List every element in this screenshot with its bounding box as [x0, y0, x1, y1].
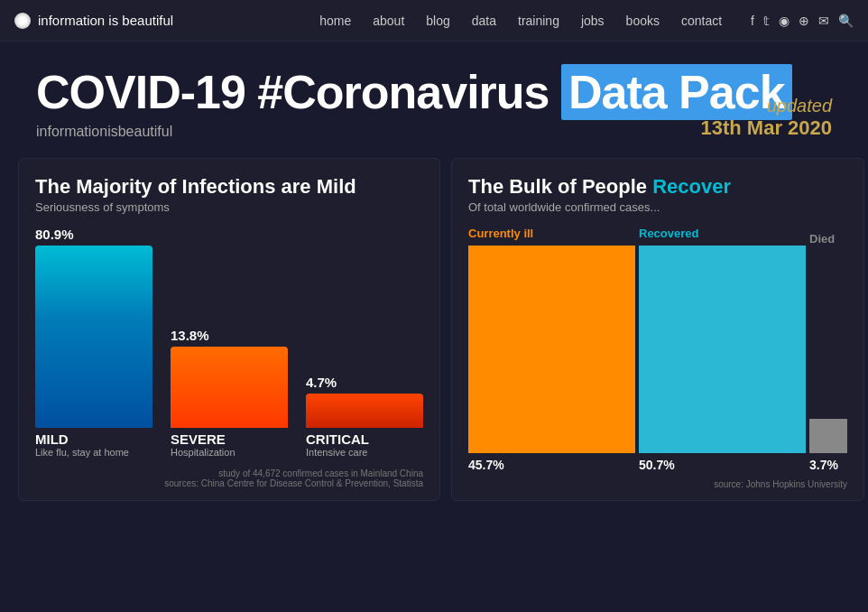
- charts-area: The Majority of Infections are Mild Seri…: [0, 158, 868, 519]
- mild-bar: [35, 246, 152, 428]
- ill-label: Currently ill: [468, 227, 635, 240]
- rss-icon[interactable]: ⊕: [799, 14, 809, 28]
- logo-icon: [14, 13, 31, 29]
- ill-pct: 45.7%: [468, 458, 635, 472]
- outcome-died-col: Died 3.7%: [809, 232, 847, 472]
- critical-bar: [306, 394, 423, 428]
- severe-label: SEVERE: [171, 431, 226, 447]
- nav-about[interactable]: about: [373, 14, 404, 28]
- right-card: The Bulk of People Recover Of total worl…: [451, 158, 864, 501]
- severe-pct-label: 13.8%: [171, 328, 209, 343]
- left-source-line2: sources: China Centre for Disease Contro…: [164, 478, 423, 488]
- search-icon[interactable]: 🔍: [838, 14, 854, 28]
- left-card: The Majority of Infections are Mild Seri…: [18, 158, 440, 501]
- critical-sublabel: Intensive care: [306, 447, 367, 458]
- right-title-highlight: Recover: [652, 175, 731, 198]
- twitter-icon[interactable]: 𝕥: [763, 14, 770, 28]
- email-icon[interactable]: ✉: [818, 14, 829, 28]
- severity-chart: 80.9% MILD Like flu, stay at home 13.8% …: [35, 227, 423, 461]
- left-card-subtitle: Seriousness of symptoms: [35, 200, 423, 214]
- nav-contact[interactable]: contact: [681, 14, 722, 28]
- updated-label: updated: [700, 96, 832, 116]
- bar-severe-group: 13.8% SEVERE Hospitalization: [171, 227, 288, 458]
- ill-bar: [468, 246, 635, 453]
- critical-pct-label: 4.7%: [306, 375, 337, 390]
- left-source-line1: study of 44,672 confirmed cases in Mainl…: [218, 468, 423, 478]
- bar-critical-group: 4.7% CRITICAL Intensive care: [306, 227, 423, 458]
- right-card-subtitle: Of total worldwide confirmed cases...: [468, 200, 847, 214]
- outcomes-chart: Currently ill 45.7% Recovered 50.7% Died…: [468, 227, 847, 472]
- facebook-icon[interactable]: f: [751, 14, 754, 28]
- site-header: information is beautiful home about blog…: [0, 0, 868, 42]
- recovered-pct: 50.7%: [639, 458, 806, 472]
- left-source: study of 44,672 confirmed cases in Mainl…: [35, 468, 423, 488]
- right-card-title: The Bulk of People Recover: [468, 175, 847, 199]
- logo-area[interactable]: information is beautiful: [14, 13, 173, 29]
- instagram-icon[interactable]: ◉: [779, 14, 790, 28]
- died-bar: [809, 419, 847, 453]
- died-pct: 3.7%: [809, 458, 847, 472]
- severe-sublabel: Hospitalization: [171, 447, 235, 458]
- recovered-bar: [639, 246, 806, 453]
- recovered-label: Recovered: [639, 227, 806, 240]
- outcome-rec-col: Recovered 50.7%: [639, 227, 806, 472]
- updated-date: 13th Mar 2020: [700, 116, 832, 140]
- nav-training[interactable]: training: [518, 14, 559, 28]
- nav-data[interactable]: data: [472, 14, 496, 28]
- mild-pct-label: 80.9%: [35, 227, 74, 242]
- left-card-title: The Majority of Infections are Mild: [35, 175, 423, 199]
- hero-updated: updated 13th Mar 2020: [700, 96, 832, 140]
- nav-blog[interactable]: blog: [426, 14, 449, 28]
- nav-home[interactable]: home: [319, 14, 351, 28]
- mild-sublabel: Like flu, stay at home: [35, 447, 129, 458]
- mild-label: MILD: [35, 431, 69, 447]
- right-title-prefix: The Bulk of People: [468, 175, 647, 198]
- right-source: source: Johns Hopkins University: [468, 479, 847, 489]
- outcomes-bars-row: Currently ill 45.7% Recovered 50.7% Died…: [468, 227, 847, 472]
- bar-mild-group: 80.9% MILD Like flu, stay at home: [35, 227, 152, 458]
- nav-jobs[interactable]: jobs: [581, 14, 605, 28]
- critical-label: CRITICAL: [306, 431, 369, 447]
- main-nav: home about blog data training jobs books…: [319, 14, 854, 28]
- logo-text: information is beautiful: [38, 13, 173, 28]
- social-icons: f 𝕥 ◉ ⊕ ✉ 🔍: [751, 14, 854, 28]
- outcome-ill-col: Currently ill 45.7%: [468, 227, 635, 472]
- severe-bar: [171, 347, 288, 428]
- hero-section: COVID-19 #Coronavirus Data Pack informat…: [0, 42, 868, 158]
- died-label: Died: [809, 232, 835, 246]
- hero-title-prefix: COVID-19 #Coronavirus: [36, 66, 549, 118]
- nav-books[interactable]: books: [626, 14, 660, 28]
